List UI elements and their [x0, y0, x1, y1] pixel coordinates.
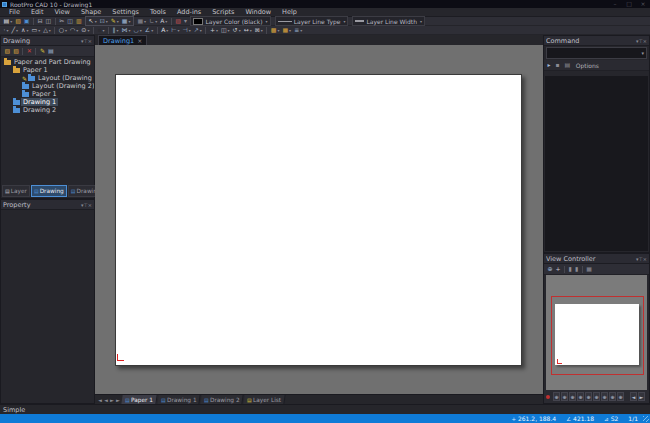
prev-view-button[interactable]: ◄	[630, 392, 637, 401]
last-sheet-arrow[interactable]: ►	[115, 397, 121, 403]
chevron-down-icon[interactable]: ▾	[300, 28, 302, 33]
open-file-button[interactable]: ▧	[14, 17, 22, 25]
layer-line-width-dropdown[interactable]: Layer Line Width ▾	[352, 16, 425, 26]
menu-view[interactable]: View	[49, 8, 74, 17]
drawing-canvas[interactable]	[95, 45, 543, 394]
panel-close-button[interactable]: ×	[643, 38, 647, 44]
zoom-extents-button[interactable]: ⊕	[547, 265, 554, 273]
layer-color-dropdown[interactable]: Layer Color (Black) ▾	[190, 16, 270, 26]
panel-close-button[interactable]: ×	[88, 38, 92, 44]
menu-file[interactable]: File	[4, 8, 25, 17]
snap-tool-button[interactable]: ✎▾	[110, 17, 120, 25]
chevron-down-icon[interactable]: ▾	[10, 19, 12, 24]
select-filter-button[interactable]: ⊡▾	[99, 17, 109, 25]
zoom-window-button[interactable]: ▮	[568, 265, 573, 273]
view-controller-preview[interactable]	[546, 275, 647, 390]
chevron-down-icon[interactable]: ▾	[26, 28, 28, 33]
zoom-preset-5-button[interactable]: ⊕	[585, 392, 592, 401]
maximize-button[interactable]: □	[624, 0, 634, 8]
new-file-button[interactable]: ▤▾	[3, 17, 14, 25]
add-paper-button[interactable]: ▧	[4, 47, 12, 55]
text-button[interactable]: A▾	[160, 26, 169, 34]
dimension-vertical-button[interactable]: ⊣▾	[182, 26, 192, 34]
drawing-properties-button[interactable]: ▤	[47, 47, 55, 55]
leader-button[interactable]: ↗▾	[193, 26, 203, 34]
chevron-down-icon[interactable]: ▾	[6, 28, 8, 33]
erase-button[interactable]: ⊠▾	[254, 26, 264, 34]
tab-layer[interactable]: ▤Layer	[2, 185, 30, 197]
print-button[interactable]: ⊟	[37, 17, 44, 25]
chevron-down-icon[interactable]: ▾	[151, 28, 153, 33]
cut-button[interactable]: ✂	[58, 17, 65, 25]
rectangle-button[interactable]: ▭▾	[31, 26, 42, 34]
add-drawing-button[interactable]: ▧	[12, 47, 20, 55]
chevron-down-icon[interactable]: ▾	[106, 19, 108, 24]
hatch-button[interactable]: ▪▾	[96, 26, 105, 34]
chevron-down-icon[interactable]: ▾	[87, 28, 89, 33]
edit-drawing-button[interactable]: ✎	[39, 47, 46, 55]
chevron-down-icon[interactable]: ▾	[166, 28, 168, 33]
arc-button[interactable]: ◠▾	[69, 26, 79, 34]
group-button[interactable]: ▩▾	[270, 26, 281, 34]
chevron-down-icon[interactable]: ▾	[129, 28, 131, 33]
next-view-button[interactable]: ►	[638, 392, 645, 401]
zoom-preset-4-button[interactable]: ⊕	[577, 392, 584, 401]
tree-item-paper-and-part-drawing[interactable]: Paper and Part Drawing	[1, 58, 94, 66]
chevron-down-icon[interactable]: ▾	[165, 19, 167, 24]
close-icon[interactable]: ×	[137, 37, 142, 44]
zoom-preset-8-button[interactable]: ⊕	[609, 392, 616, 401]
sheet-tab-drawing-2[interactable]: ▤Drawing 2	[200, 395, 244, 404]
chevron-down-icon[interactable]: ▾	[65, 28, 67, 33]
rotate-button[interactable]: ↺▾	[232, 26, 242, 34]
chevron-down-icon[interactable]: ▾	[128, 19, 130, 24]
chevron-down-icon[interactable]: ▾	[261, 28, 263, 33]
paste-button[interactable]: ▥	[75, 17, 83, 25]
chevron-down-icon[interactable]: ▾	[16, 28, 18, 33]
close-button[interactable]: ×	[638, 0, 648, 8]
point-button[interactable]: ·▾	[3, 26, 10, 34]
copy-button[interactable]: ◫	[66, 17, 74, 25]
command-input[interactable]: ▾	[546, 47, 647, 59]
minimize-button[interactable]: –	[610, 0, 620, 8]
sheet-tab-drawing-1[interactable]: ▤Drawing 1	[157, 395, 201, 404]
fillet-button[interactable]: ◡▾	[133, 26, 143, 34]
zoom-preset-6-button[interactable]: ⊕	[593, 392, 600, 401]
ellipse-button[interactable]: ⊙▾	[80, 26, 90, 34]
tree-item-layout-drawing-2-[interactable]: Layout (Drawing 2)	[1, 82, 94, 90]
chevron-down-icon[interactable]: ▾	[216, 28, 218, 33]
chevron-down-icon[interactable]: ▾	[140, 28, 142, 33]
zoom-preset-1-button[interactable]: ⊕	[553, 392, 560, 401]
chevron-down-icon[interactable]: ▾	[189, 28, 191, 33]
zoom-page-button[interactable]: ▮	[574, 265, 579, 273]
chevron-down-icon[interactable]: ▾	[38, 28, 40, 33]
print-preview-button[interactable]: ◫	[45, 17, 53, 25]
line-button[interactable]: ╱▾	[10, 26, 19, 34]
tree-item-layout-drawing-1-[interactable]: ✎Layout (Drawing 1)	[1, 74, 94, 82]
sheet-tab-paper-1[interactable]: ▤Paper 1	[121, 395, 157, 404]
chevron-down-icon[interactable]: ▾	[117, 28, 119, 33]
offset-button[interactable]: ∥▾	[112, 26, 120, 34]
chevron-down-icon[interactable]: ▾	[239, 28, 241, 33]
polyline-button[interactable]: ∧▾	[20, 26, 29, 34]
zoom-preset-9-button[interactable]: ⊕	[617, 392, 624, 401]
sheet-tab-layer-list[interactable]: ▤Layer List	[244, 395, 286, 404]
chevron-down-icon[interactable]: ▾	[102, 28, 104, 33]
command-repeat-button[interactable]: ▸	[547, 61, 552, 69]
chevron-down-icon[interactable]: ▾	[49, 28, 51, 33]
resize-grip[interactable]	[643, 416, 649, 422]
circle-button[interactable]: ○▾	[58, 26, 68, 34]
copy-shape-button[interactable]: ◫▾	[220, 26, 231, 34]
tab-drawing[interactable]: ▤Drawing	[31, 185, 67, 197]
chevron-down-icon[interactable]: ▾	[155, 19, 157, 24]
document-tab-drawing1[interactable]: Drawing1 ×	[98, 35, 147, 45]
chevron-down-icon[interactable]: ▾	[277, 28, 279, 33]
command-back-button[interactable]: ▪	[555, 61, 561, 69]
snap-color-button[interactable]: ▦▾	[121, 17, 132, 25]
chevron-down-icon[interactable]: ▾	[228, 28, 230, 33]
menu-tools[interactable]: Tools	[145, 8, 171, 17]
format-paint-button[interactable]: ▨	[174, 17, 182, 25]
grid-view-button[interactable]: ▦	[585, 265, 593, 273]
zoom-preset-2-button[interactable]: ⊕	[561, 392, 568, 401]
polygon-button[interactable]: △▾	[42, 26, 52, 34]
move-button[interactable]: +▾	[209, 26, 219, 34]
